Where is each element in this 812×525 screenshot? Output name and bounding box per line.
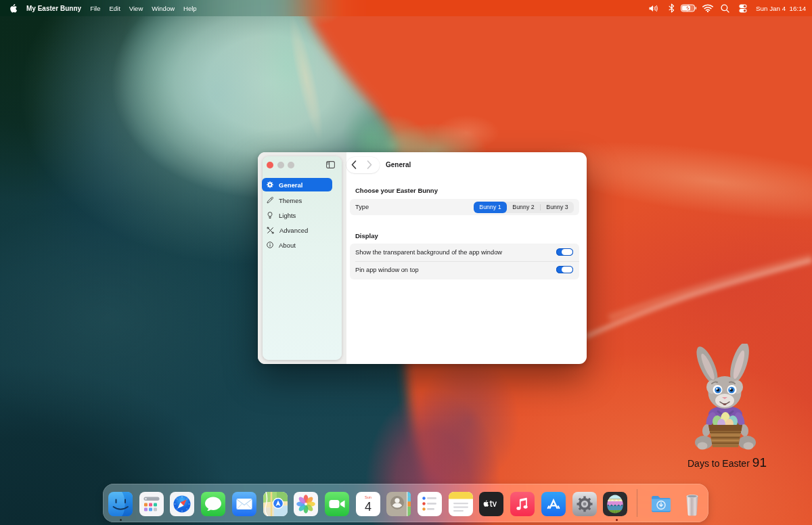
svg-text:Sun: Sun xyxy=(365,495,371,499)
svg-text:4: 4 xyxy=(365,500,371,513)
